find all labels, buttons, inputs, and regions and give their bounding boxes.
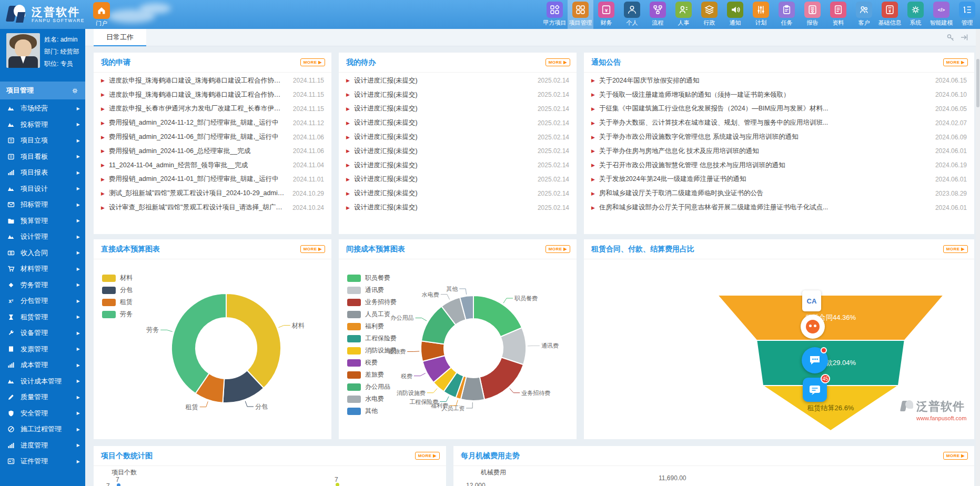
- sidebar-item-发票管理[interactable]: 发票管理▶: [0, 341, 85, 358]
- nav-item-人事[interactable]: 人事: [671, 0, 696, 29]
- sidebar-item-收入合同[interactable]: 收入合同▶: [0, 245, 85, 261]
- list-item[interactable]: ▶进度款申报_长春市伊通河水力发电厂改建工程_长春市伊通河水力发电...2024…: [101, 102, 324, 116]
- list-item[interactable]: ▶房和城乡建设厅关于取消二级建造师临时执业证书的公告2023.08.29: [591, 186, 967, 200]
- list-item[interactable]: ▶设计进度汇报(未提交)2025.02.14: [346, 173, 569, 187]
- list-item[interactable]: ▶进度款申报_珠海鹤港口建设_珠海鹤港口建设工程合作协议书_admin_...2…: [101, 88, 324, 102]
- legend-item-通讯费[interactable]: 通讯费: [347, 284, 397, 296]
- list-item[interactable]: ▶关于举办大数据、云计算技术在城市建设、规划、管理与服务中的应用培训班...20…: [591, 116, 967, 130]
- chat-floating-button[interactable]: [802, 347, 828, 373]
- list-item[interactable]: ▶进度款申报_珠海鹤港口建设_珠海鹤港口建设工程合作协议书_admin_...2…: [101, 74, 324, 88]
- more-button[interactable]: MORE ▶: [545, 245, 570, 253]
- nav-item-基础信息[interactable]: ¥基础信息: [877, 0, 903, 29]
- sidebar-item-项目看板[interactable]: 项目看板▶: [0, 149, 85, 165]
- sidebar-item-预算管理[interactable]: 预算管理▶: [0, 213, 85, 229]
- sidebar-item-分包管理[interactable]: x²分包管理▶: [0, 293, 85, 309]
- sidebar-item-项目立项[interactable]: 项目立项▶: [0, 133, 85, 149]
- list-item[interactable]: ▶费用报销_admin_2024-11-06_部门经理审批_胡建,_运行中202…: [101, 130, 324, 144]
- legend-item-福利费[interactable]: 福利费: [347, 320, 397, 332]
- sidebar-item-证件管理[interactable]: 证件管理▶: [0, 453, 85, 470]
- sidebar-item-施工过程管理[interactable]: 施工过程管理▶: [0, 421, 85, 438]
- nav-item-报告[interactable]: 报告: [800, 0, 825, 29]
- portal-button[interactable]: 门户: [88, 1, 115, 28]
- list-item[interactable]: ▶关于发放2024年第24批一级建造师注册证书的通知2024.06.01: [591, 173, 967, 187]
- scrollbar-thumb[interactable]: [976, 59, 979, 107]
- list-item[interactable]: ▶设计进度汇报(未提交)2025.02.14: [346, 186, 569, 200]
- list-item[interactable]: ▶设计进度汇报(未提交)2025.02.14: [346, 158, 569, 173]
- list-item[interactable]: ▶测试_彭祖新城"四馆"景观工程设计项目_2024-10-29_admin_结束…: [101, 186, 324, 200]
- sidebar-item-进度管理[interactable]: 进度管理▶: [0, 438, 85, 454]
- list-item[interactable]: ▶关于2024年国庆节放假安排的通知2024.06.15: [591, 74, 967, 88]
- legend-item-职员餐费[interactable]: 职员餐费: [347, 272, 397, 284]
- list-item[interactable]: ▶住房和城乡建设部办公厅关于同意吉林省开展二级建造师注册证书电子化试点...20…: [591, 200, 967, 215]
- sidebar-section-header[interactable]: 项目管理: [0, 82, 85, 99]
- tab-daily-work[interactable]: 日常工作: [94, 29, 146, 46]
- list-item[interactable]: ▶设计进度汇报(未提交)2025.02.14: [346, 102, 569, 116]
- sidebar-item-招标管理[interactable]: 招标管理▶: [0, 197, 85, 213]
- legend-item-工程保险费[interactable]: 工程保险费: [347, 332, 397, 345]
- sidebar-item-设计成本管理[interactable]: 设计成本管理▶: [0, 373, 85, 390]
- sidebar-item-项目报表[interactable]: 项目报表▶: [0, 165, 85, 181]
- gear-icon[interactable]: [71, 87, 79, 95]
- nav-item-个人[interactable]: 个人: [619, 0, 645, 29]
- pie-slice-业务招待费[interactable]: [480, 357, 523, 399]
- legend-item-分包[interactable]: 分包: [102, 284, 133, 296]
- more-button[interactable]: MORE ▶: [943, 452, 968, 460]
- nav-item-资料[interactable]: 资料: [825, 0, 851, 29]
- nav-item-流程[interactable]: 流程: [645, 0, 671, 29]
- legend-item-差旅费[interactable]: 差旅费: [347, 369, 397, 381]
- list-item[interactable]: ▶设计进度汇报(未提交)2025.02.14: [346, 200, 569, 215]
- customer-service-floating-button[interactable]: [801, 315, 825, 339]
- list-item[interactable]: ▶于征集《中国建筑施工行业信息化发展报告（2024）—BIM应用与发展》材料..…: [591, 102, 967, 116]
- legend-item-税费[interactable]: 税费: [347, 357, 397, 369]
- nav-item-智能建模[interactable]: </>智能建模: [928, 0, 954, 29]
- legend-item-业务招待费[interactable]: 业务招待费: [347, 296, 397, 308]
- list-item[interactable]: ▶关于举办市政公用设施数字化管理信息 系统建设与应用培训班的通知2024.06.…: [591, 130, 967, 144]
- legend-item-人员工资[interactable]: 人员工资: [347, 308, 397, 320]
- sidebar-item-项目设计[interactable]: 项目设计▶: [0, 181, 85, 197]
- sidebar-item-市场经营[interactable]: 市场经营▶: [0, 100, 85, 117]
- more-button[interactable]: MORE ▶: [300, 58, 325, 66]
- sidebar-item-质量管理[interactable]: 质量管理▶: [0, 389, 85, 406]
- nav-item-项目管理[interactable]: 项目管理: [568, 0, 593, 29]
- legend-item-材料[interactable]: 材料: [102, 272, 133, 284]
- nav-item-通知[interactable]: 通知: [722, 0, 748, 29]
- nav-item-管理[interactable]: 管理: [954, 0, 980, 29]
- list-item[interactable]: ▶费用报销_admin_2024-11-01_部门经理审批_胡建,_运行中202…: [101, 173, 324, 187]
- list-item[interactable]: ▶设计进度汇报(未提交)2025.02.14: [346, 116, 569, 130]
- list-item[interactable]: ▶设计进度汇报(未提交)2025.02.14: [346, 144, 569, 158]
- nav-item-计划[interactable]: 计划: [748, 0, 774, 29]
- ca-cert-floating-button[interactable]: CA: [802, 290, 821, 311]
- sidebar-item-投标管理[interactable]: 投标管理▶: [0, 117, 85, 133]
- legend-item-租赁[interactable]: 租赁: [102, 296, 133, 308]
- list-item[interactable]: ▶设计进度汇报(未提交)2025.02.14: [346, 74, 569, 88]
- list-item[interactable]: ▶费用报销_admin_2024-11-06_总经理审批__完成2024.11.…: [101, 144, 324, 158]
- message-floating-button[interactable]: 45: [803, 378, 827, 402]
- more-button[interactable]: MORE ▶: [943, 58, 968, 66]
- list-item[interactable]: ▶关于举办住房与房地产信息化 技术及应用培训班的通知2024.06.01: [591, 144, 967, 158]
- sidebar-item-租赁管理[interactable]: 租赁管理▶: [0, 309, 85, 326]
- legend-item-其他[interactable]: 其他: [347, 405, 397, 417]
- legend-item-劳务[interactable]: 劳务: [102, 308, 133, 320]
- list-item[interactable]: ▶设计进度汇报(未提交)2025.02.14: [346, 88, 569, 102]
- scrollbar-track[interactable]: [976, 29, 980, 486]
- legend-item-消防设施费[interactable]: 消防设施费: [347, 345, 397, 357]
- more-button[interactable]: MORE ▶: [415, 452, 440, 460]
- nav-item-系统[interactable]: 系统: [903, 0, 928, 29]
- more-button[interactable]: MORE ▶: [943, 245, 968, 253]
- list-item[interactable]: ▶费用报销_admin_2024-11-12_部门经理审批_胡建,_运行中202…: [101, 116, 324, 130]
- nav-item-客户[interactable]: 客户: [851, 0, 877, 29]
- legend-item-水电费[interactable]: 水电费: [347, 393, 397, 405]
- list-item[interactable]: ▶设计审查_彭祖新城"四馆"景观工程设计项目_请选择_胡广生_2024-10-2…: [101, 200, 324, 215]
- nav-item-财务[interactable]: ¥财务: [593, 0, 619, 29]
- sidebar-item-设备管理[interactable]: 设备管理▶: [0, 325, 85, 341]
- sidebar-item-设计管理[interactable]: 设计管理▶: [0, 229, 85, 245]
- sidebar-item-成本管理[interactable]: 成本管理▶: [0, 357, 85, 373]
- sidebar-item-安全管理[interactable]: 安全管理▶: [0, 406, 85, 422]
- nav-item-行政[interactable]: 行政: [696, 0, 722, 29]
- pie-slice-材料[interactable]: [226, 293, 281, 388]
- nav-item-甲方项目[interactable]: 甲方项目: [542, 0, 568, 29]
- legend-item-办公用品[interactable]: 办公用品: [347, 381, 397, 393]
- nav-item-任务[interactable]: 任务: [774, 0, 800, 29]
- more-button[interactable]: MORE ▶: [300, 245, 325, 253]
- sidebar-item-劳务管理[interactable]: 劳务管理▶: [0, 277, 85, 293]
